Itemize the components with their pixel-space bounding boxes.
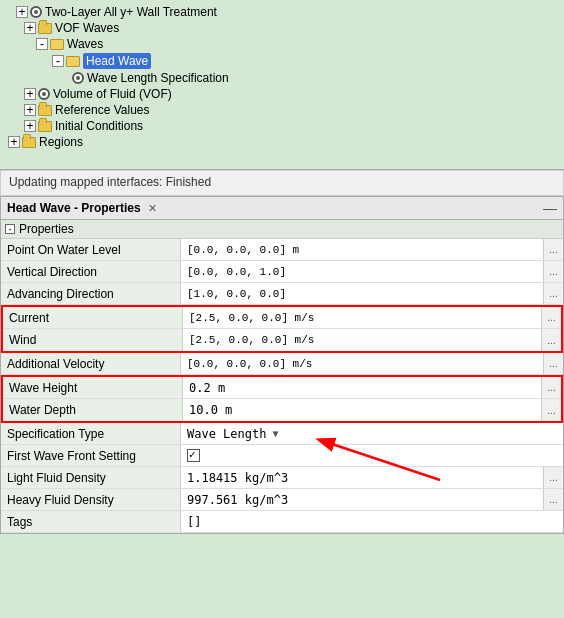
- expand-initial-cond[interactable]: +: [24, 120, 36, 132]
- radio-icon-two-layer: [30, 6, 42, 18]
- properties-header: Head Wave - Properties × —: [1, 197, 563, 220]
- prop-value-light-fluid[interactable]: 1.18415 kg/m^3: [181, 467, 543, 488]
- status-bar: Updating mapped interfaces: Finished: [0, 170, 564, 196]
- prop-name-wind: Wind: [3, 329, 183, 351]
- section-toggle[interactable]: -: [5, 224, 15, 234]
- section-label: Properties: [19, 222, 74, 236]
- prop-value-tags[interactable]: []: [181, 511, 563, 532]
- label-ref-values: Reference Values: [55, 103, 150, 117]
- prop-dots-vertical-dir[interactable]: ...: [543, 261, 563, 282]
- label-regions: Regions: [39, 135, 83, 149]
- tree-panel: + Two-Layer All y+ Wall Treatment + VOF …: [0, 0, 564, 170]
- row-spec-type: Specification Type Wave Length ▼: [1, 423, 563, 445]
- label-vof: Volume of Fluid (VOF): [53, 87, 172, 101]
- prop-dots-point-on-water[interactable]: ...: [543, 239, 563, 260]
- tree-item-two-layer[interactable]: + Two-Layer All y+ Wall Treatment: [0, 4, 564, 20]
- label-head-wave[interactable]: Head Wave: [83, 53, 151, 69]
- prop-dots-water-depth[interactable]: ...: [541, 399, 561, 421]
- prop-name-point-on-water: Point On Water Level: [1, 239, 181, 260]
- prop-value-advancing-dir[interactable]: [1.0, 0.0, 0.0]: [181, 283, 543, 304]
- folder-icon-regions: [22, 137, 36, 148]
- section-header-properties: - Properties: [1, 220, 563, 239]
- tree-item-vof[interactable]: + Volume of Fluid (VOF): [0, 86, 564, 102]
- spec-type-dropdown-arrow[interactable]: ▼: [272, 428, 278, 439]
- prop-value-water-depth[interactable]: 10.0 m: [183, 399, 541, 421]
- label-two-layer: Two-Layer All y+ Wall Treatment: [45, 5, 217, 19]
- expand-regions[interactable]: +: [8, 136, 20, 148]
- prop-value-additional-vel[interactable]: [0.0, 0.0, 0.0] m/s: [181, 353, 543, 374]
- highlight-current-wind: Current [2.5, 0.0, 0.0] m/s ... Wind [2.…: [1, 305, 563, 353]
- tree-item-ref-values[interactable]: + Reference Values: [0, 102, 564, 118]
- tree-item-head-wave[interactable]: - Head Wave: [0, 52, 564, 70]
- prop-name-water-depth: Water Depth: [3, 399, 183, 421]
- header-left: Head Wave - Properties ×: [7, 200, 157, 216]
- expand-waves[interactable]: -: [36, 38, 48, 50]
- expand-ref-values[interactable]: +: [24, 104, 36, 116]
- prop-value-point-on-water[interactable]: [0.0, 0.0, 0.0] m: [181, 239, 543, 260]
- prop-name-advancing-dir: Advancing Direction: [1, 283, 181, 304]
- prop-name-spec-type: Specification Type: [1, 423, 181, 444]
- expand-vof[interactable]: +: [24, 88, 36, 100]
- prop-dots-light-fluid[interactable]: ...: [543, 467, 563, 488]
- radio-icon-wave-length: [72, 72, 84, 84]
- radio-icon-vof: [38, 88, 50, 100]
- prop-name-first-wave-front: First Wave Front Setting: [1, 445, 181, 466]
- folder-icon-head-wave: [66, 56, 80, 67]
- close-button[interactable]: ×: [149, 200, 157, 216]
- prop-name-additional-vel: Additional Velocity: [1, 353, 181, 374]
- folder-icon-initial-cond: [38, 121, 52, 132]
- prop-dots-additional-vel[interactable]: ...: [543, 353, 563, 374]
- label-vof-waves: VOF Waves: [55, 21, 119, 35]
- label-initial-cond: Initial Conditions: [55, 119, 143, 133]
- row-first-wave-front: First Wave Front Setting: [1, 445, 563, 467]
- row-light-fluid: Light Fluid Density 1.18415 kg/m^3 ...: [1, 467, 563, 489]
- row-wind: Wind [2.5, 0.0, 0.0] m/s ...: [3, 329, 561, 351]
- row-wave-height: Wave Height 0.2 m ...: [3, 377, 561, 399]
- row-vertical-dir: Vertical Direction [0.0, 0.0, 1.0] ...: [1, 261, 563, 283]
- tree-item-waves[interactable]: - Waves: [0, 36, 564, 52]
- properties-title: Head Wave - Properties: [7, 201, 141, 215]
- expand-vof-waves[interactable]: +: [24, 22, 36, 34]
- prop-name-wave-height: Wave Height: [3, 377, 183, 398]
- label-wave-length: Wave Length Specification: [87, 71, 229, 85]
- prop-dots-current[interactable]: ...: [541, 307, 561, 328]
- prop-name-heavy-fluid: Heavy Fluid Density: [1, 489, 181, 510]
- row-advancing-dir: Advancing Direction [1.0, 0.0, 0.0] ...: [1, 283, 563, 305]
- first-wave-front-checkbox[interactable]: [187, 449, 200, 462]
- folder-icon-vof-waves: [38, 23, 52, 34]
- expand-two-layer[interactable]: +: [16, 6, 28, 18]
- prop-value-first-wave-front[interactable]: [181, 445, 563, 466]
- prop-dots-wind[interactable]: ...: [541, 329, 561, 351]
- prop-name-tags: Tags: [1, 511, 181, 532]
- prop-dots-heavy-fluid[interactable]: ...: [543, 489, 563, 510]
- prop-name-vertical-dir: Vertical Direction: [1, 261, 181, 282]
- row-current: Current [2.5, 0.0, 0.0] m/s ...: [3, 307, 561, 329]
- prop-value-current[interactable]: [2.5, 0.0, 0.0] m/s: [183, 307, 541, 328]
- prop-value-vertical-dir[interactable]: [0.0, 0.0, 1.0]: [181, 261, 543, 282]
- folder-icon-waves: [50, 39, 64, 50]
- folder-icon-ref-values: [38, 105, 52, 116]
- label-waves: Waves: [67, 37, 103, 51]
- highlight-wave-water: Wave Height 0.2 m ... Water Depth 10.0 m…: [1, 375, 563, 423]
- prop-value-spec-type[interactable]: Wave Length ▼: [181, 423, 563, 444]
- row-additional-vel: Additional Velocity [0.0, 0.0, 0.0] m/s …: [1, 353, 563, 375]
- minimize-button[interactable]: —: [543, 200, 557, 216]
- prop-name-current: Current: [3, 307, 183, 328]
- row-tags: Tags []: [1, 511, 563, 533]
- prop-value-wind[interactable]: [2.5, 0.0, 0.0] m/s: [183, 329, 541, 351]
- expand-head-wave[interactable]: -: [52, 55, 64, 67]
- row-water-depth: Water Depth 10.0 m ...: [3, 399, 561, 421]
- status-message: Updating mapped interfaces: Finished: [9, 175, 211, 189]
- prop-name-light-fluid: Light Fluid Density: [1, 467, 181, 488]
- row-heavy-fluid: Heavy Fluid Density 997.561 kg/m^3 ...: [1, 489, 563, 511]
- tree-item-wave-length[interactable]: Wave Length Specification: [0, 70, 564, 86]
- prop-dots-advancing-dir[interactable]: ...: [543, 283, 563, 304]
- tree-item-vof-waves[interactable]: + VOF Waves: [0, 20, 564, 36]
- tree-item-regions[interactable]: + Regions: [0, 134, 564, 150]
- row-point-on-water: Point On Water Level [0.0, 0.0, 0.0] m .…: [1, 239, 563, 261]
- prop-dots-wave-height[interactable]: ...: [541, 377, 561, 398]
- tree-item-initial-cond[interactable]: + Initial Conditions: [0, 118, 564, 134]
- prop-value-wave-height[interactable]: 0.2 m: [183, 377, 541, 398]
- properties-panel: Head Wave - Properties × — - Properties …: [0, 196, 564, 534]
- prop-value-heavy-fluid[interactable]: 997.561 kg/m^3: [181, 489, 543, 510]
